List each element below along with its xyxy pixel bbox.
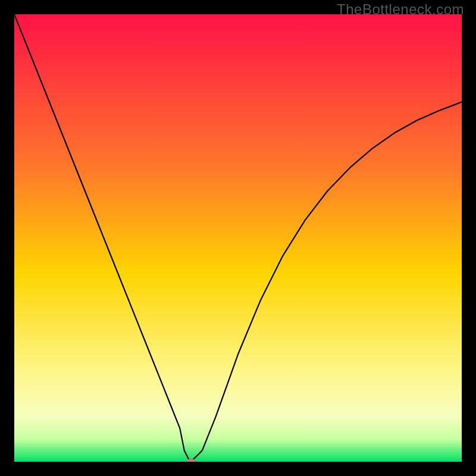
watermark-text: TheBottleneck.com: [337, 1, 464, 18]
chart-frame: TheBottleneck.com: [0, 0, 476, 476]
chart-svg: [14, 14, 462, 462]
gradient-background: [14, 14, 462, 462]
